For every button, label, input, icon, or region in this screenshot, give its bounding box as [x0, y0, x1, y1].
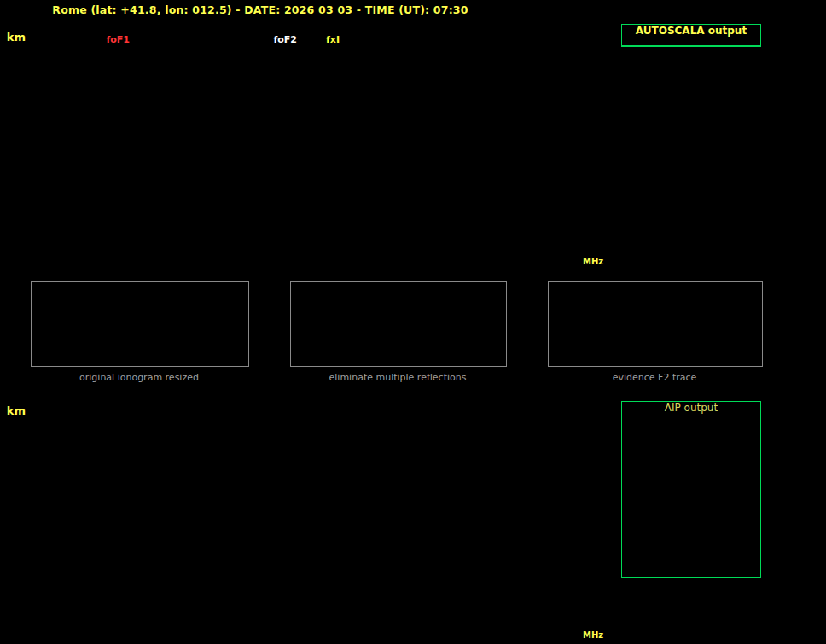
autoscala-app-window: Rome (lat: +41.8, lon: 012.5) - DATE: 20… — [0, 0, 826, 644]
y-axis-unit-top: km — [0, 31, 26, 44]
aip-output-table: AIP output — [621, 401, 761, 578]
thumbnail-evidence-f2 — [548, 281, 763, 367]
y-axis-unit-bottom: km — [0, 404, 26, 417]
foF2-marker-label: foF2 — [261, 34, 297, 45]
aip-table-header: AIP output — [622, 402, 760, 421]
scaled-ionogram-plot — [30, 23, 619, 252]
station-title: Rome (lat: +41.8, lon: 012.5) - DATE: 20… — [30, 3, 491, 16]
fxI-marker-label: fxI — [326, 34, 340, 45]
profile-ionogram-plot — [30, 397, 619, 625]
thumbnail-caption: original ionogram resized — [31, 372, 247, 383]
autoscala-output-table: AUTOSCALA output — [621, 24, 761, 47]
x-axis-unit-bottom: MHz — [583, 630, 603, 640]
foF1-marker-label: foF1 — [94, 34, 130, 45]
thumbnail-original-ionogram — [31, 281, 249, 367]
autoscala-table-header: AUTOSCALA output — [622, 25, 760, 46]
thumbnail-caption: evidence F2 trace — [548, 372, 761, 383]
x-axis-unit-top: MHz — [583, 257, 603, 266]
thumbnail-eliminate-multiples — [290, 281, 507, 367]
thumbnail-caption: eliminate multiple reflections — [290, 372, 505, 383]
